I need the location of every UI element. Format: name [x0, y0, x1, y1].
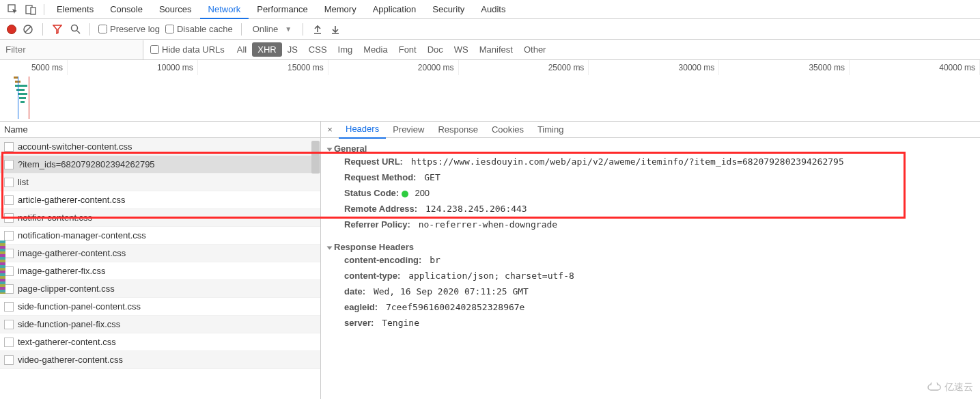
request-row[interactable]: notification-manager-content.css — [0, 227, 320, 245]
request-row[interactable]: video-gatherer-content.css — [0, 351, 320, 369]
tab-console[interactable]: Console — [102, 0, 151, 19]
network-toolbar: Preserve log Disable cache Online ▼ — [0, 19, 980, 40]
download-har-icon[interactable] — [329, 23, 341, 36]
filter-type-media[interactable]: Media — [358, 42, 393, 57]
filter-type-js[interactable]: JS — [282, 42, 303, 57]
tab-sources[interactable]: Sources — [151, 0, 200, 19]
filter-type-img[interactable]: Img — [333, 42, 359, 57]
filter-type-font[interactable]: Font — [393, 42, 422, 57]
throttling-select[interactable]: Online ▼ — [250, 24, 294, 34]
divider — [44, 4, 44, 15]
header-value: GET — [419, 172, 440, 182]
header-row: eagleid: 7ceef59616002402852328967e — [324, 299, 980, 315]
timeline-tick: 15000 ms — [198, 60, 328, 75]
tab-performance[interactable]: Performance — [249, 0, 316, 19]
request-row[interactable]: notifier-content.css — [0, 209, 320, 227]
preserve-log-checkbox[interactable]: Preserve log — [98, 24, 160, 34]
tab-application[interactable]: Application — [365, 0, 425, 19]
request-list[interactable]: account-switcher-content.css?item_ids=68… — [0, 138, 321, 399]
header-value: 124.238.245.206:443 — [420, 204, 527, 214]
headers-pane[interactable]: General Request URL: https://www.iesdouy… — [321, 138, 980, 399]
request-row[interactable]: list — [0, 174, 320, 191]
header-key: Status Code: — [344, 188, 399, 198]
disable-cache-checkbox[interactable]: Disable cache — [165, 24, 233, 34]
detail-tab-preview[interactable]: Preview — [386, 122, 431, 138]
tab-network[interactable]: Network — [200, 0, 249, 19]
divider — [303, 23, 303, 36]
detail-tab-response[interactable]: Response — [431, 122, 485, 138]
file-icon — [4, 284, 14, 294]
filter-type-manifest[interactable]: Manifest — [474, 42, 518, 57]
request-name: notifier-content.css — [18, 212, 92, 223]
section-title-response-headers[interactable]: Response Headers — [324, 242, 980, 252]
hide-data-urls-label: Hide data URLs — [162, 44, 225, 55]
triangle-down-icon — [327, 246, 333, 249]
header-key: Request Method: — [344, 172, 416, 182]
header-row: Status Code: 200 — [324, 185, 980, 201]
svg-rect-2 — [31, 8, 36, 14]
detail-tab-cookies[interactable]: Cookies — [485, 122, 531, 138]
timeline-ticks: 5000 ms 10000 ms 15000 ms 20000 ms 25000… — [0, 60, 980, 75]
content-split: account-switcher-content.css?item_ids=68… — [0, 138, 980, 399]
file-icon — [4, 338, 14, 347]
request-name: account-switcher-content.css — [18, 141, 132, 152]
divider — [241, 23, 242, 36]
search-icon[interactable] — [69, 23, 81, 36]
header-key: Referrer Policy: — [344, 219, 410, 230]
devtools-tabs: Elements Console Sources Network Perform… — [0, 0, 980, 19]
edge-strip — [0, 240, 5, 294]
hide-data-urls-checkbox[interactable]: Hide data URLs — [150, 44, 225, 55]
request-row[interactable]: image-gatherer-content.css — [0, 245, 320, 262]
request-name: side-function-panel-content.css — [18, 301, 141, 312]
filter-type-doc[interactable]: Doc — [422, 42, 449, 57]
header-value: https://www.iesdouyin.com/web/api/v2/awe… — [406, 156, 844, 167]
tab-security[interactable]: Security — [424, 0, 473, 19]
clear-icon[interactable] — [22, 23, 34, 36]
detail-tab-timing[interactable]: Timing — [531, 122, 571, 138]
request-name: video-gatherer-content.css — [18, 355, 123, 365]
header-row: Remote Address: 124.238.245.206:443 — [324, 201, 980, 217]
request-name: list — [18, 177, 29, 187]
request-row[interactable]: image-gatherer-fix.css — [0, 262, 320, 280]
inspect-element-icon[interactable] — [4, 0, 22, 19]
timeline-tick: 10000 ms — [68, 60, 198, 75]
header-value: br — [424, 255, 440, 265]
tab-elements[interactable]: Elements — [48, 0, 102, 19]
filter-type-ws[interactable]: WS — [449, 42, 474, 57]
timeline-tick: 5000 ms — [0, 60, 68, 75]
header-row: content-encoding: br — [324, 252, 980, 268]
request-row[interactable]: side-function-panel-content.css — [0, 298, 320, 316]
header-row: server: Tengine — [324, 315, 980, 331]
tab-audits[interactable]: Audits — [473, 0, 514, 19]
detail-tab-headers[interactable]: Headers — [339, 121, 386, 139]
request-row[interactable]: account-switcher-content.css — [0, 138, 320, 156]
timeline-tick: 25000 ms — [459, 60, 589, 75]
filter-toggle-icon[interactable] — [51, 23, 64, 36]
disable-cache-label: Disable cache — [177, 24, 233, 34]
network-timeline[interactable]: 5000 ms 10000 ms 15000 ms 20000 ms 25000… — [0, 60, 980, 122]
device-toggle-icon[interactable] — [22, 0, 40, 19]
filter-input[interactable] — [0, 40, 143, 59]
filter-type-all[interactable]: All — [232, 42, 252, 57]
upload-har-icon[interactable] — [311, 23, 324, 36]
header-key: server: — [344, 318, 374, 328]
header-key: date: — [344, 286, 365, 297]
watermark: 亿速云 — [927, 381, 973, 394]
column-header-name[interactable]: Name — [0, 122, 321, 137]
record-button-icon[interactable] — [7, 25, 16, 34]
request-name: ?item_ids=6820792802394262795 — [18, 159, 155, 169]
request-row[interactable]: page-clipper-content.css — [0, 280, 320, 298]
request-row[interactable]: text-gatherer-content.css — [0, 333, 320, 351]
section-title-general[interactable]: General — [324, 143, 980, 154]
tab-memory[interactable]: Memory — [316, 0, 365, 19]
chevron-down-icon: ▼ — [285, 25, 292, 33]
filter-type-xhr[interactable]: XHR — [252, 42, 281, 57]
close-details-icon[interactable]: × — [321, 124, 339, 135]
request-row[interactable]: article-gatherer-content.css — [0, 191, 320, 209]
scrollbar-thumb[interactable] — [311, 141, 320, 174]
request-row[interactable]: side-function-panel-fix.css — [0, 316, 320, 333]
filter-type-other[interactable]: Other — [518, 42, 552, 57]
header-value: application/json; charset=utf-8 — [403, 271, 574, 281]
request-row[interactable]: ?item_ids=6820792802394262795 — [0, 156, 320, 174]
filter-type-css[interactable]: CSS — [303, 42, 333, 57]
